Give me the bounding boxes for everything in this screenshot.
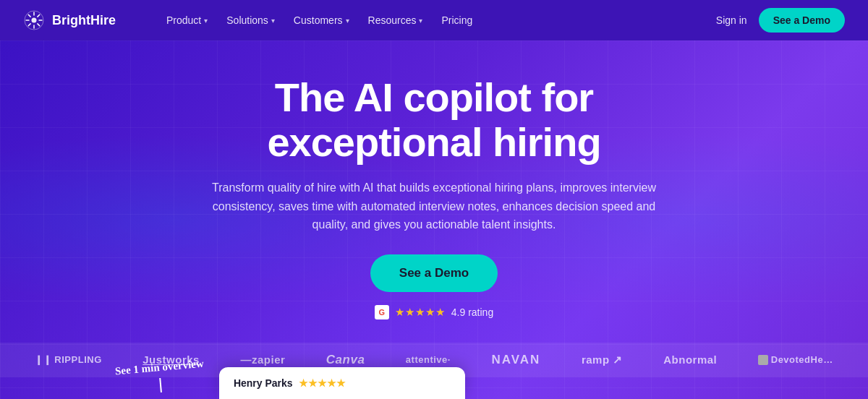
chevron-down-icon: ▾	[346, 17, 349, 25]
svg-line-4	[38, 24, 40, 26]
logo[interactable]: BrightHire	[23, 9, 116, 31]
chevron-down-icon: ▾	[419, 17, 422, 25]
rating-row: G ★★★★★ 4.9 rating	[210, 305, 658, 319]
nav-item-pricing[interactable]: Pricing	[434, 10, 480, 30]
rating-stars: ★★★★★	[395, 306, 446, 319]
logo-abnormal: Abnormal	[663, 353, 717, 366]
logo-canva: Canva	[326, 353, 365, 367]
navigation: BrightHire Product ▾ Solutions ▾ Custome…	[0, 0, 868, 40]
chevron-down-icon: ▾	[271, 17, 275, 25]
logo-text: BrightHire	[52, 13, 116, 28]
svg-point-9	[32, 18, 37, 23]
nav-item-product[interactable]: Product ▾	[159, 10, 215, 30]
review-author: Henry Parks ★★★★★	[234, 377, 451, 389]
nav-item-resources[interactable]: Resources ▾	[361, 10, 430, 30]
rating-text: 4.9 rating	[451, 306, 493, 318]
brighthire-logo-icon	[23, 9, 45, 31]
devoted-icon	[758, 355, 768, 365]
g2-logo: G	[375, 305, 389, 319]
hero-section: The AI copilot for exceptional hiring Tr…	[0, 40, 868, 399]
hero-subtitle: Transform quality of hire with AI that b…	[210, 179, 658, 234]
logo-devoted: DevotedHe…	[758, 354, 833, 365]
logo-ramp: ramp ↗	[582, 353, 623, 366]
svg-line-6	[28, 24, 30, 26]
logo-justworks: Justworks	[142, 353, 200, 366]
review-stars: ★★★★★	[299, 377, 346, 389]
nav-item-customers[interactable]: Customers ▾	[286, 10, 357, 30]
logo-zapier: —zapier	[240, 353, 285, 366]
svg-line-8	[28, 14, 30, 17]
hero-title: The AI copilot for exceptional hiring	[210, 75, 658, 164]
nav-cta-button[interactable]: See a Demo	[759, 8, 845, 33]
hero-cta-button[interactable]: See a Demo	[370, 254, 498, 292]
logo-rippling: ❙❙ RIPPLING	[35, 354, 102, 365]
nav-right: Sign in See a Demo	[716, 8, 845, 33]
sign-in-link[interactable]: Sign in	[716, 14, 747, 26]
nav-item-solutions[interactable]: Solutions ▾	[219, 10, 282, 30]
svg-line-2	[38, 14, 40, 17]
chevron-down-icon: ▾	[204, 17, 208, 25]
logo-navan: navan	[491, 353, 540, 367]
hero-content: The AI copilot for exceptional hiring Tr…	[195, 75, 673, 343]
nav-links: Product ▾ Solutions ▾ Customers ▾ Resour…	[159, 10, 716, 30]
logo-attentive: attentive·	[406, 354, 451, 365]
logos-bar: ❙❙ RIPPLING Justworks —zapier Canva atte…	[0, 343, 868, 377]
